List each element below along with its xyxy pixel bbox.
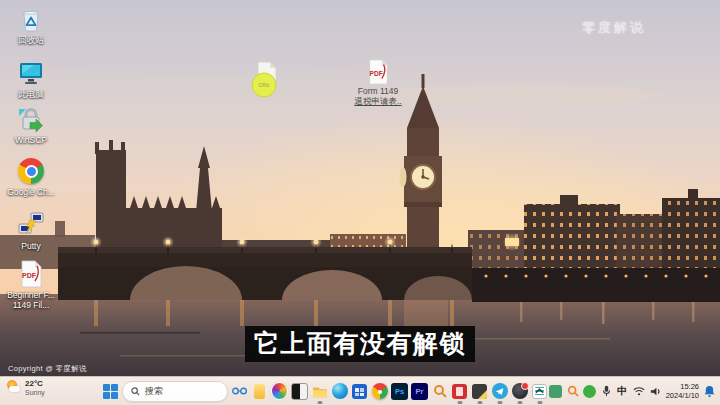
taskbar-app-everything-search[interactable]	[431, 383, 448, 400]
tray-microphone[interactable]	[600, 383, 613, 400]
icon-label: Putty	[2, 242, 60, 252]
desktop-screen: 零度解说 Copyright @ 零度解说 它上面有没有解锁 回收站 此电脑	[0, 0, 720, 405]
channel-watermark: 零度解说	[582, 19, 646, 37]
icon-label-line2: 退税申请表..	[347, 97, 409, 107]
tray-green-tool[interactable]	[549, 383, 563, 400]
recycle-bin-icon	[15, 3, 47, 35]
tray-network[interactable]	[632, 383, 646, 400]
tray-volume[interactable]	[649, 383, 663, 400]
desktop-icon-chrome[interactable]: Google Ch...	[2, 155, 60, 198]
yellow-app-icon	[254, 384, 265, 399]
tray-show-hidden-icons[interactable]	[533, 383, 546, 400]
taskbar-app-chrome[interactable]	[371, 383, 388, 400]
search-box[interactable]: 搜索	[122, 381, 228, 402]
clock[interactable]: 15:26 2024/1/10	[666, 382, 699, 401]
green-square-icon	[549, 385, 562, 398]
ime-label: 中	[617, 384, 627, 398]
chrome-icon	[372, 383, 388, 399]
taskbar-app-store[interactable]	[351, 383, 368, 400]
desktop-icon-this-pc[interactable]: 此电脑	[2, 57, 60, 100]
icon-label: 回收站	[2, 36, 60, 46]
taskbar-app-glasses[interactable]	[231, 383, 248, 400]
pdf-file-icon: PDF	[15, 258, 47, 290]
clock-time: 15:26	[666, 382, 699, 391]
tray-green-app[interactable]	[583, 383, 597, 400]
taskbar-app-notepad[interactable]	[291, 383, 308, 400]
icon-label: Form 1149	[347, 87, 409, 97]
icon-label-line2: 1149 Fil...	[2, 301, 60, 311]
bell-icon	[704, 385, 715, 397]
edge-icon	[332, 383, 348, 399]
clock-date: 2024/1/10	[666, 391, 699, 400]
blue-grid-icon	[352, 384, 367, 399]
taskbar-app-photoshop[interactable]: Ps	[391, 383, 408, 400]
svg-text:PDF: PDF	[22, 272, 37, 279]
taskbar-app-photos[interactable]	[271, 383, 288, 400]
folder-icon	[312, 385, 328, 398]
desktop-icon-pdf[interactable]: PDF Beginner F... 1149 Fil...	[2, 258, 60, 311]
office-ball-file-icon: Offic	[247, 60, 285, 100]
taskbar-app-dark-circle[interactable]	[511, 383, 528, 400]
putty-icon	[15, 209, 47, 241]
tray-search-tool[interactable]	[566, 383, 580, 400]
icon-label: Beginner F...	[2, 291, 60, 301]
taskbar-app-file-explorer[interactable]	[311, 383, 328, 400]
weather-temp: 22°C	[25, 379, 45, 389]
green-circle-icon	[583, 385, 596, 398]
pdf-file-icon: PDF	[364, 58, 392, 86]
dark-circle-badge-icon	[512, 383, 528, 399]
orange-magnifier-icon	[433, 384, 447, 398]
svg-text:PDF: PDF	[370, 70, 383, 77]
subtitle-caption: 它上面有没有解锁	[245, 326, 475, 362]
chevron-up-icon	[535, 388, 544, 394]
telegram-icon	[492, 383, 508, 399]
desktop-icon-recycle-bin[interactable]: 回收站	[2, 3, 60, 46]
monitor-icon	[15, 57, 47, 89]
photoshop-icon: Ps	[395, 387, 404, 396]
desktop-icon-form-1149-pdf[interactable]: PDF Form 1149 退税申请表..	[347, 58, 409, 107]
svg-text:Offic: Offic	[258, 82, 269, 88]
microphone-icon	[602, 385, 611, 397]
icon-label: Google Ch...	[2, 188, 60, 198]
ime-indicator[interactable]: 中	[616, 383, 629, 400]
weather-widget[interactable]: 22°C Sunny	[6, 379, 45, 397]
weather-condition: Sunny	[25, 389, 45, 397]
lock-transfer-icon	[15, 103, 47, 135]
icon-label: 此电脑	[2, 90, 60, 100]
dark-yellow-corner-icon	[472, 384, 487, 399]
taskbar: 22°C Sunny 搜索	[0, 376, 720, 405]
taskbar-app-telegram[interactable]	[491, 383, 508, 400]
windows-logo-icon	[103, 384, 118, 399]
premiere-icon: Pr	[416, 387, 424, 396]
red-app-icon	[452, 384, 467, 399]
desktop-icon-putty[interactable]: Putty	[2, 209, 60, 252]
desktop-icon-winscp[interactable]: WinSCP	[2, 103, 60, 146]
orange-magnifier-icon	[567, 385, 579, 397]
desktop-icon-office-file[interactable]: Offic	[240, 60, 292, 100]
icon-label: WinSCP	[2, 136, 60, 146]
taskbar-app-edge[interactable]	[331, 383, 348, 400]
wifi-icon	[633, 386, 645, 396]
speaker-icon	[650, 386, 662, 397]
taskbar-app-yellow[interactable]	[251, 383, 268, 400]
start-button[interactable]	[102, 383, 119, 400]
black-white-square-icon	[291, 383, 308, 400]
notification-bell[interactable]	[702, 383, 717, 400]
chrome-icon	[15, 155, 47, 187]
taskbar-app-red[interactable]	[451, 383, 468, 400]
photos-pinwheel-icon	[271, 382, 288, 400]
search-placeholder: 搜索	[145, 385, 163, 398]
search-icon	[131, 387, 140, 396]
taskbar-app-dark-yellow[interactable]	[471, 383, 488, 400]
sunny-icon	[6, 380, 21, 395]
glasses-icon	[232, 387, 247, 395]
taskbar-app-premiere[interactable]: Pr	[411, 383, 428, 400]
copyright-watermark: Copyright @ 零度解说	[8, 364, 87, 374]
